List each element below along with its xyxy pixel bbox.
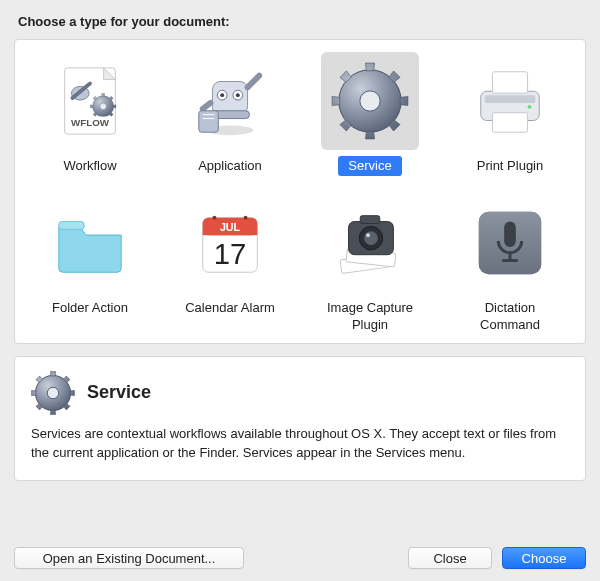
svg-rect-23 [492, 72, 527, 93]
svg-point-48 [47, 387, 58, 398]
svg-rect-27 [59, 222, 84, 230]
close-button[interactable]: Close [408, 547, 492, 569]
choose-button[interactable]: Choose [502, 547, 586, 569]
camera-icon [321, 194, 419, 292]
type-item-application[interactable]: Application [163, 52, 297, 176]
svg-rect-44 [504, 222, 516, 247]
type-label: Image Capture Plugin [317, 298, 423, 335]
type-item-calendar-alarm[interactable]: JUL 17 Calendar Alarm [163, 194, 297, 335]
svg-text:JUL: JUL [220, 222, 241, 234]
svg-rect-25 [485, 95, 536, 103]
type-label: Print Plugin [467, 156, 553, 176]
type-label: Service [338, 156, 401, 176]
svg-point-34 [244, 216, 248, 220]
svg-rect-38 [360, 216, 380, 224]
svg-rect-17 [199, 111, 219, 132]
description-panel: Service Services are contextual workflow… [14, 356, 586, 482]
new-document-chooser: Choose a type for your document: WFLOW W… [0, 0, 600, 581]
automator-app-icon [181, 52, 279, 150]
type-label: Workflow [53, 156, 126, 176]
type-label: Folder Action [42, 298, 138, 318]
svg-point-33 [212, 216, 216, 220]
wflow-doc-icon: WFLOW [41, 52, 139, 150]
type-grid-panel: WFLOW Workflow Application Service [14, 39, 586, 344]
svg-point-11 [220, 93, 224, 97]
type-item-service[interactable]: Service [303, 52, 437, 176]
footer-bar: Open an Existing Document... Close Choos… [14, 533, 586, 569]
svg-point-3 [100, 103, 107, 110]
type-item-dictation[interactable]: Dictation Command [443, 194, 577, 335]
open-existing-button[interactable]: Open an Existing Document... [14, 547, 244, 569]
calendar-icon: JUL 17 [181, 194, 279, 292]
svg-point-41 [366, 234, 370, 238]
description-title: Service [87, 382, 151, 403]
svg-rect-24 [492, 113, 527, 133]
type-item-folder-action[interactable]: Folder Action [23, 194, 157, 335]
type-label: Application [188, 156, 272, 176]
printer-icon [461, 52, 559, 150]
type-label: Dictation Command [470, 298, 550, 335]
svg-point-21 [360, 91, 380, 111]
microphone-icon [461, 194, 559, 292]
svg-text:WFLOW: WFLOW [71, 117, 110, 128]
prompt-label: Choose a type for your document: [18, 14, 586, 29]
type-label: Calendar Alarm [175, 298, 285, 318]
svg-line-16 [203, 103, 211, 109]
svg-line-15 [248, 76, 260, 88]
description-body: Services are contextual workflows availa… [31, 425, 569, 463]
type-item-image-capture[interactable]: Image Capture Plugin [303, 194, 437, 335]
type-item-print-plugin[interactable]: Print Plugin [443, 52, 577, 176]
gear-icon [321, 52, 419, 150]
svg-point-26 [528, 105, 532, 109]
type-item-workflow[interactable]: WFLOW Workflow [23, 52, 157, 176]
folder-icon [41, 194, 139, 292]
svg-point-13 [236, 93, 240, 97]
svg-text:17: 17 [214, 239, 247, 271]
svg-point-40 [364, 232, 378, 246]
description-icon [31, 371, 75, 415]
